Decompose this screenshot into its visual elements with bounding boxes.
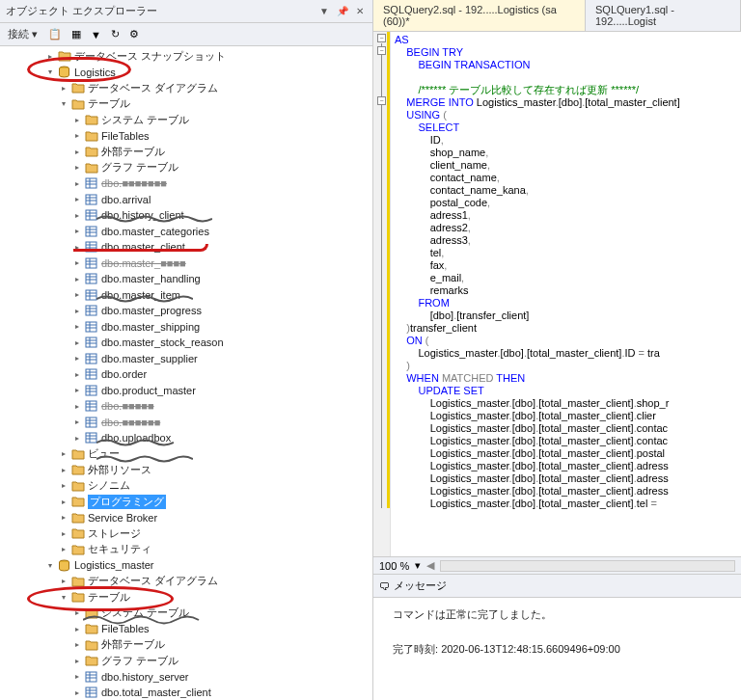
connect-button[interactable]: 接続 ▾	[4, 25, 41, 43]
expander-icon[interactable]: ▸	[71, 226, 82, 236]
expander-icon[interactable]: ▸	[71, 337, 82, 348]
expander-icon[interactable]: ▸	[71, 353, 82, 363]
tree-item[interactable]: ▸外部リソース	[0, 462, 372, 478]
tree-item[interactable]: ▸dbo.master_progress	[0, 303, 372, 319]
tree-item[interactable]: ▸データベース スナップショット	[0, 48, 372, 65]
expander-icon[interactable]: ▸	[71, 306, 82, 316]
tree-item[interactable]: ▸グラフ テーブル	[0, 653, 372, 669]
tree-item[interactable]: ▸dbo.master_categories	[0, 224, 372, 240]
tree-item[interactable]: ▸dbo.master_shipping	[0, 319, 372, 336]
toolbar-icon-5[interactable]: ⚙	[126, 26, 142, 42]
expander-icon[interactable]: ▸	[71, 624, 82, 634]
expander-icon[interactable]: ▸	[71, 607, 82, 618]
tree-item[interactable]: ▾Logistics_master	[0, 557, 372, 574]
tree-item[interactable]: ▸ストレージ	[0, 525, 372, 542]
tree-item[interactable]: ▸dbo.history_server	[0, 669, 372, 686]
expander-icon[interactable]: ▸	[71, 433, 82, 444]
tree-item[interactable]: ▸dbo.history_client	[0, 207, 372, 224]
tree-item[interactable]: ▸セキュリティ	[0, 542, 372, 558]
tree-item[interactable]: ▸dbo.uploadbox	[0, 430, 372, 446]
expander-icon[interactable]: ▸	[71, 194, 82, 204]
expander-icon[interactable]: ▾	[44, 67, 55, 77]
expander-icon[interactable]: ▸	[58, 480, 69, 491]
expander-icon[interactable]: ▸	[71, 687, 82, 698]
tree-item[interactable]: ▸システム テーブル	[0, 112, 372, 128]
expander-icon[interactable]: ▸	[71, 210, 82, 221]
expander-icon[interactable]: ▸	[71, 242, 82, 253]
tree-item[interactable]: ▸dbo.master_item	[0, 287, 372, 304]
expander-icon[interactable]: ▸	[71, 369, 82, 380]
expander-icon[interactable]: ▸	[58, 528, 69, 539]
expander-icon[interactable]: ▸	[58, 83, 69, 94]
close-icon[interactable]: ✕	[353, 6, 367, 16]
expander-icon[interactable]: ▸	[71, 385, 82, 395]
tree-item[interactable]: ▸dbo.master_stock_reason	[0, 335, 372, 351]
code-editor[interactable]: AS BEGIN TRY BEGIN TRANSACTION /****** テ…	[391, 32, 741, 556]
tree-item[interactable]: ▸dbo.order	[0, 366, 372, 383]
expander-icon[interactable]: ▸	[71, 115, 82, 125]
tree-item[interactable]: ▸外部テーブル	[0, 144, 372, 160]
tree-item[interactable]: ▸dbo.master_handling	[0, 271, 372, 287]
expander-icon[interactable]: ▸	[71, 274, 82, 284]
messages-tab[interactable]: メッセージ	[394, 579, 447, 593]
tree-item[interactable]: ▸FileTables	[0, 621, 372, 637]
editor-tab[interactable]: SQLQuery2.sql - 192.....Logistics (sa (6…	[373, 0, 586, 31]
expander-icon[interactable]: ▸	[71, 130, 82, 141]
expander-icon[interactable]: ▸	[71, 162, 82, 173]
tree-item[interactable]: ▸データベース ダイアグラム	[0, 574, 372, 590]
tree-item[interactable]: ▾Logistics	[0, 65, 372, 81]
tree-item[interactable]: ▸FileTables	[0, 128, 372, 145]
expander-icon[interactable]: ▸	[71, 321, 82, 332]
expander-icon[interactable]: ▸	[71, 401, 82, 412]
expander-icon[interactable]: ▸	[71, 656, 82, 666]
expander-icon[interactable]: ▸	[58, 497, 69, 507]
tree-item[interactable]: ▸データベース ダイアグラム	[0, 80, 372, 96]
expander-icon[interactable]: ▸	[58, 576, 69, 586]
tree-item[interactable]: ▸dbo.arrival	[0, 192, 372, 208]
expander-icon[interactable]: ▸	[44, 51, 55, 62]
tree-item[interactable]: ▸dbo.master_■■■■	[0, 256, 372, 272]
expander-icon[interactable]: ▸	[58, 448, 69, 459]
tree-item[interactable]: ▾テーブル	[0, 96, 372, 113]
expander-icon[interactable]: ▸	[71, 147, 82, 157]
expander-icon[interactable]: ▸	[71, 289, 82, 300]
expander-icon[interactable]: ▸	[58, 512, 69, 523]
tree-item[interactable]: ▸dbo.■■■■■■	[0, 415, 372, 431]
expander-icon[interactable]: ▸	[71, 417, 82, 427]
tree-item[interactable]: ▸dbo.product_master	[0, 383, 372, 399]
tree-item[interactable]: ▾テーブル	[0, 589, 372, 606]
tree-item[interactable]: ▸外部テーブル	[0, 637, 372, 654]
expander-icon[interactable]: ▸	[71, 639, 82, 650]
refresh-icon[interactable]: ↻	[108, 26, 123, 42]
expander-icon[interactable]: ▸	[58, 544, 69, 554]
dropdown-icon[interactable]: ▼	[316, 6, 332, 16]
pin-icon[interactable]: 📌	[334, 6, 351, 16]
tree-item[interactable]: ▸dbo.■■■■■■■	[0, 175, 372, 192]
tree-item[interactable]: ▸Service Broker	[0, 510, 372, 526]
expander-icon[interactable]: ▾	[58, 98, 69, 109]
toolbar-icon-1[interactable]: 📋	[45, 26, 65, 42]
expander-icon[interactable]: ▸	[71, 671, 82, 682]
expander-icon[interactable]: ▸	[71, 178, 82, 189]
toolbar-icon-2[interactable]: ▦	[69, 26, 84, 42]
horizontal-scrollbar[interactable]	[440, 560, 735, 572]
tree-item[interactable]: ▸dbo.total_master_client	[0, 685, 372, 700]
tree-item[interactable]: ▸システム テーブル	[0, 606, 372, 622]
tree-item[interactable]: ▸シノニム	[0, 478, 372, 495]
tree-item[interactable]: ▸dbo.■■■■■	[0, 398, 372, 415]
tree-item[interactable]: ▸プログラミング	[0, 494, 372, 510]
tree-item[interactable]: ▸dbo.master_client	[0, 239, 372, 256]
toolbar-icon-3[interactable]: ▼	[88, 27, 104, 42]
expander-icon[interactable]: ▸	[58, 465, 69, 475]
tree-item[interactable]: ▸dbo.master_supplier	[0, 351, 372, 367]
zoom-level[interactable]: 100 %	[379, 560, 409, 572]
tree-item[interactable]: ▸グラフ テーブル	[0, 160, 372, 176]
object-tree[interactable]: ▸データベース スナップショット▾Logistics▸データベース ダイアグラム…	[0, 46, 372, 700]
expander-icon[interactable]: ▾	[44, 560, 55, 571]
folder-icon	[70, 527, 85, 540]
editor-tab[interactable]: SQLQuery1.sql - 192.....Logist	[586, 0, 741, 31]
expander-icon[interactable]: ▾	[58, 592, 69, 603]
expander-icon[interactable]: ▸	[71, 257, 82, 268]
tree-item[interactable]: ▸ビュー	[0, 446, 372, 463]
zoom-dropdown-icon[interactable]: ▾	[415, 559, 421, 572]
